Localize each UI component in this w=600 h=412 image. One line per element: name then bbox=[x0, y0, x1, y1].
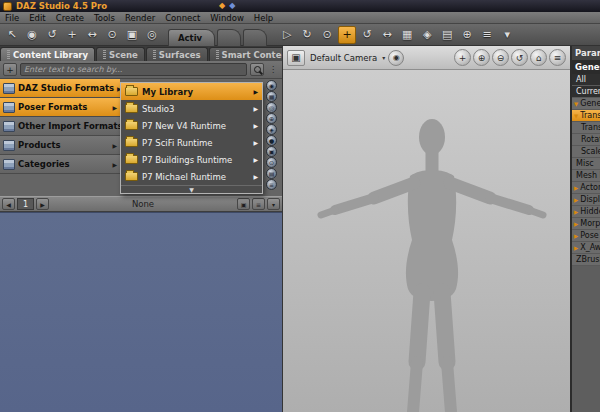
pane-tab[interactable]: Scene bbox=[96, 47, 145, 61]
parameter-group-label: Morphs bbox=[580, 219, 600, 228]
camera-tool-icon[interactable]: ◎ bbox=[143, 26, 161, 44]
side-button-icon[interactable]: ● bbox=[266, 135, 277, 146]
toolbar-menu-icon[interactable]: ≡ bbox=[478, 26, 496, 44]
parameter-group-row[interactable]: ▼ Transforms bbox=[572, 110, 600, 122]
spot-render-tool-icon[interactable]: ▣ bbox=[123, 26, 141, 44]
perspective-view-icon[interactable]: ▷ bbox=[278, 26, 296, 44]
side-button-icon[interactable]: ⊙ bbox=[266, 157, 277, 168]
library-format-item[interactable]: Poser Formats ▶ bbox=[0, 98, 120, 117]
view-options-icon[interactable]: ▾ bbox=[267, 198, 280, 210]
add-node-icon[interactable]: ⊕ bbox=[458, 26, 476, 44]
side-button-icon[interactable]: ◎ bbox=[266, 102, 277, 113]
library-format-item[interactable]: Other Import Formats ▶ bbox=[0, 117, 120, 136]
pane-options-icon[interactable]: ⋮ bbox=[267, 65, 279, 74]
menu-item[interactable]: File bbox=[0, 13, 24, 23]
camera-dropdown-icon[interactable]: ▾ bbox=[382, 54, 385, 61]
group-arrow-icon: ▶ bbox=[574, 197, 578, 203]
orbit-camera-icon[interactable]: ↺ bbox=[511, 49, 528, 66]
side-button-icon[interactable]: ⊕ bbox=[266, 113, 277, 124]
scroll-down-icon[interactable]: ▼ bbox=[121, 185, 262, 193]
parameter-group-row[interactable]: ▶ Morphs bbox=[572, 218, 600, 230]
menu-item[interactable]: Tools bbox=[89, 13, 120, 23]
parameter-group-row[interactable]: ▶ Actor bbox=[572, 182, 600, 194]
parameter-group-row[interactable]: Misc bbox=[572, 158, 600, 170]
rotate-manipulator-icon[interactable]: ↺ bbox=[358, 26, 376, 44]
zoom-in-icon[interactable]: ⊕ bbox=[473, 49, 490, 66]
look-at-icon[interactable]: ⊙ bbox=[318, 26, 336, 44]
content-list-area[interactable] bbox=[0, 212, 282, 412]
next-page-button[interactable]: ▶ bbox=[36, 198, 49, 210]
pane-tab[interactable]: Surfaces bbox=[146, 47, 208, 61]
camera-selector[interactable]: Default Camera bbox=[308, 53, 379, 63]
parameter-group-row[interactable]: ▶ X_Away bbox=[572, 242, 600, 254]
menu-item[interactable]: Create bbox=[51, 13, 89, 23]
list-view-icon[interactable]: ≡ bbox=[252, 198, 265, 210]
toolbar-dropdown-icon[interactable]: ▾ bbox=[498, 26, 516, 44]
zoom-out-icon[interactable]: ⊖ bbox=[492, 49, 509, 66]
library-folder-item[interactable]: Studio3 ▶ bbox=[121, 100, 262, 117]
side-button-icon[interactable]: ▦ bbox=[266, 91, 277, 102]
activity-tab-stub[interactable] bbox=[217, 29, 241, 46]
parameter-group-row[interactable]: ▶ Display bbox=[572, 194, 600, 206]
prev-page-button[interactable]: ◀ bbox=[2, 198, 15, 210]
parameter-group-row[interactable]: Rotation bbox=[572, 134, 600, 146]
scale-tool-icon[interactable]: ↔ bbox=[83, 26, 101, 44]
menu-item[interactable]: Render bbox=[120, 13, 160, 23]
search-input[interactable] bbox=[20, 63, 247, 76]
grid-toggle-icon[interactable]: ▦ bbox=[398, 26, 416, 44]
status-icon-blue[interactable]: ◆ bbox=[229, 0, 235, 11]
tab-parameters[interactable]: Parameters bbox=[572, 46, 600, 60]
parameter-group-row[interactable]: ZBrush bbox=[572, 254, 600, 266]
camera-cube-icon[interactable]: ▣ bbox=[287, 50, 305, 66]
menu-item[interactable]: Help bbox=[249, 13, 278, 23]
rotate-tool-icon[interactable]: ↺ bbox=[43, 26, 61, 44]
search-icon[interactable] bbox=[250, 63, 264, 76]
side-button-icon[interactable]: ◈ bbox=[266, 124, 277, 135]
library-format-item[interactable]: DAZ Studio Formats ▶ bbox=[0, 79, 120, 98]
universal-manipulator-icon[interactable]: + bbox=[338, 26, 356, 44]
status-icon-orange[interactable]: ◆ bbox=[219, 0, 225, 11]
parameter-group-row[interactable]: ▶ Hidden bbox=[572, 206, 600, 218]
side-button-icon[interactable]: ≡ bbox=[266, 179, 277, 190]
layout-icon[interactable]: ▤ bbox=[438, 26, 456, 44]
viewport-scene[interactable] bbox=[283, 70, 571, 412]
viewport-menu-icon[interactable]: ≡ bbox=[549, 49, 566, 66]
filter-icon[interactable]: + bbox=[3, 63, 17, 76]
frame-camera-icon[interactable]: ⌂ bbox=[530, 49, 547, 66]
toolbar-right-group: ▷ ↻ ⊙ + ↺ ↔ ▦ ◈ ▤ ⊕ ≡ ▾ bbox=[277, 26, 517, 44]
parameter-group-row[interactable]: Mesh Resolution bbox=[572, 170, 600, 182]
surface-selection-tool-icon[interactable]: ◉ bbox=[23, 26, 41, 44]
active-pose-tool-icon[interactable]: ⊙ bbox=[103, 26, 121, 44]
side-button-icon[interactable]: ◉ bbox=[266, 80, 277, 91]
library-format-item[interactable]: Products ▶ bbox=[0, 136, 120, 155]
menu-item[interactable]: Connect bbox=[160, 13, 205, 23]
menu-item[interactable]: Window bbox=[205, 13, 249, 23]
library-folder-item[interactable]: P7 SciFi Runtime ▶ bbox=[121, 134, 262, 151]
menu-item[interactable]: Edit bbox=[24, 13, 50, 23]
selected-node-header[interactable]: Genesis bbox=[572, 60, 600, 74]
activity-tab[interactable]: Activ bbox=[168, 29, 215, 46]
library-format-item[interactable]: Categories ▶ bbox=[0, 155, 120, 174]
library-folder-item[interactable]: P7 New V4 Runtime ▶ bbox=[121, 117, 262, 134]
grid-view-icon[interactable]: ▣ bbox=[237, 198, 250, 210]
translate-tool-icon[interactable]: + bbox=[63, 26, 81, 44]
activity-tab-stub[interactable] bbox=[243, 29, 267, 46]
parameter-group-row[interactable]: ▶ Pose Controls bbox=[572, 230, 600, 242]
side-button-icon[interactable]: ▤ bbox=[266, 168, 277, 179]
parameter-group-row[interactable]: ▼ General bbox=[572, 98, 600, 110]
pane-tab[interactable]: Content Library bbox=[0, 47, 95, 61]
parameter-group-row[interactable]: Scale bbox=[572, 146, 600, 158]
node-selection-tool-icon[interactable]: ↖ bbox=[3, 26, 21, 44]
parameter-group-row[interactable]: Currently Used bbox=[572, 86, 600, 98]
parameter-group-row[interactable]: Translation bbox=[572, 122, 600, 134]
parameter-group-row[interactable]: All bbox=[572, 74, 600, 86]
library-folder-item[interactable]: P7 Michael Runtime ▶ bbox=[121, 168, 262, 185]
scene-info-icon[interactable]: ◈ bbox=[418, 26, 436, 44]
side-button-icon[interactable]: ▣ bbox=[266, 146, 277, 157]
library-folder-item[interactable]: P7 Buildings Runtime ▶ bbox=[121, 151, 262, 168]
pan-camera-icon[interactable]: + bbox=[454, 49, 471, 66]
library-folder-item[interactable]: My Library ▶ bbox=[121, 83, 262, 100]
orbit-view-icon[interactable]: ↻ bbox=[298, 26, 316, 44]
translate-manipulator-icon[interactable]: ↔ bbox=[378, 26, 396, 44]
visibility-icon[interactable]: ◉ bbox=[388, 50, 404, 66]
